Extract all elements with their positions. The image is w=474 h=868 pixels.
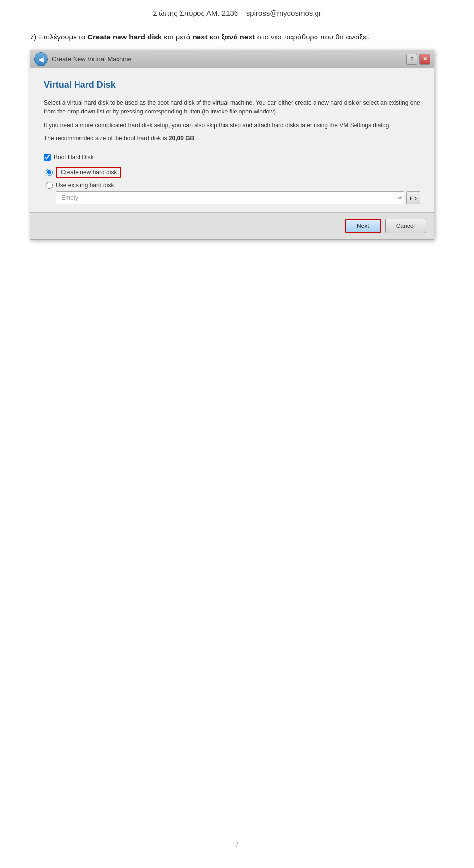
help-icon: ? [410,56,413,62]
create-new-disk-option[interactable]: Create new hard disk [46,167,420,178]
create-new-disk-radio[interactable] [46,169,53,176]
intro-bold-next: next [193,33,208,41]
next-button[interactable]: Next [345,219,381,233]
dialog-window: ◀ Create New Virtual Machine ? ✕ Virtual… [30,50,434,240]
intro-text-end: στο νέο παράθυρο που θα ανοίξει. [257,33,370,41]
titlebar-controls: ? ✕ [406,54,430,65]
boot-hard-disk-checkbox[interactable] [44,154,51,161]
description-1: Select a virtual hard disk to be used as… [44,98,420,116]
recommended-prefix: The recommended size of the boot hard di… [44,135,167,142]
recommended-suffix: . [196,135,198,142]
boot-hard-disk-row: Boot Hard Disk [44,154,420,161]
existing-disk-row: Empty 🗁 [56,191,420,204]
boot-hard-disk-label: Boot Hard Disk [54,154,94,161]
back-icon: ◀ [39,55,44,63]
back-button[interactable]: ◀ [34,52,48,66]
use-existing-disk-label: Use existing hard disk [56,182,114,189]
close-button[interactable]: ✕ [419,54,430,65]
description-2: If you need a more complicated hard disk… [44,121,420,130]
create-new-disk-label: Create new hard disk [56,167,121,178]
dialog-title: Create New Virtual Machine [52,55,132,63]
close-icon: ✕ [423,56,427,62]
section-title: Virtual Hard Disk [44,80,420,90]
step-number: 7) [30,33,36,41]
separator [44,149,420,149]
header-title: Σιώπης Σπύρος ΑΜ. 2136 – spiross@mycosmo… [153,9,321,17]
browse-button[interactable]: 🗁 [406,191,420,204]
dialog-titlebar: ◀ Create New Virtual Machine ? ✕ [30,50,434,68]
intro-bold-xana: ξανά next [221,33,255,41]
intro-bold-create: Create new hard disk [87,33,162,41]
dialog-content: Virtual Hard Disk Select a virtual hard … [30,68,434,212]
intro-text-middle1: και μετά [164,33,190,41]
help-button[interactable]: ? [406,54,417,65]
cancel-button[interactable]: Cancel [385,219,426,233]
browse-icon: 🗁 [410,194,417,202]
titlebar-left: ◀ Create New Virtual Machine [34,52,132,66]
recommended-size-bold: 20,00 GB [169,135,194,142]
recommended-size-text: The recommended size of the boot hard di… [44,135,420,142]
radio-options-group: Create new hard disk Use existing hard d… [46,167,420,189]
intro-text-middle2: και [210,33,219,41]
use-existing-disk-option[interactable]: Use existing hard disk [46,182,420,189]
page-number: 7 [0,840,474,848]
intro-text-before: Επιλέγουμε το [39,33,85,41]
existing-disk-select[interactable]: Empty [56,191,404,204]
intro-section: 7) Επιλέγουμε το Create new hard disk κα… [0,22,474,50]
page-header: Σιώπης Σπύρος ΑΜ. 2136 – spiross@mycosmo… [0,0,474,22]
dialog-footer: Next Cancel [30,212,434,239]
use-existing-disk-radio[interactable] [46,182,53,189]
